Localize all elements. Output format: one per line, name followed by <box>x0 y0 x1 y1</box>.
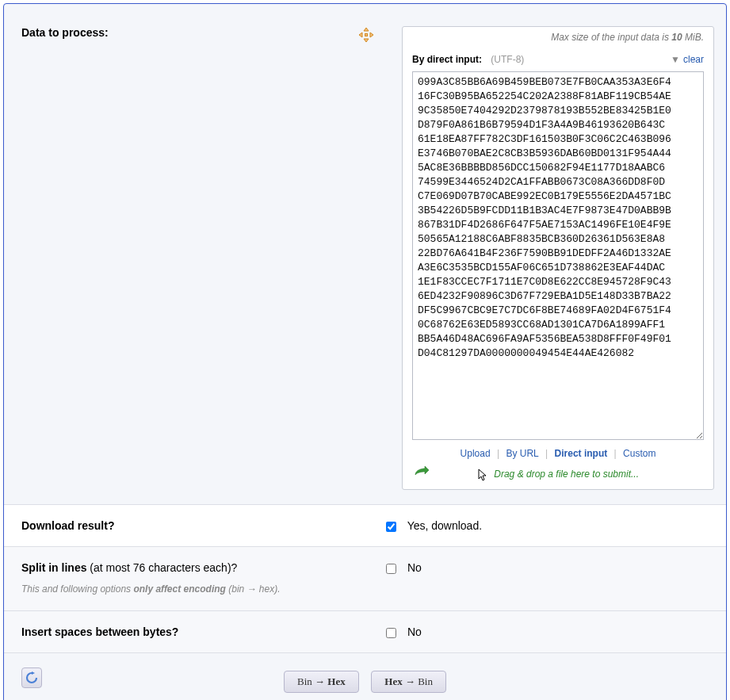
data-textarea[interactable] <box>412 71 704 440</box>
reload-icon <box>25 671 38 684</box>
svg-marker-3 <box>370 33 373 37</box>
split-checkbox[interactable] <box>386 564 396 574</box>
download-title: Download result? <box>21 519 362 532</box>
tab-upload[interactable]: Upload <box>461 448 491 459</box>
tab-by-url[interactable]: By URL <box>506 448 538 459</box>
svg-marker-2 <box>359 33 362 37</box>
svg-marker-1 <box>364 39 369 42</box>
hex-to-bin-button[interactable]: Hex → Bin <box>371 671 446 693</box>
drag-drop-area[interactable]: Drag & drop a file here to submit... <box>403 462 713 481</box>
split-label[interactable]: No <box>407 561 422 574</box>
download-label[interactable]: Yes, download. <box>407 519 482 532</box>
input-subheader: By direct input: (UTF-8) ▼clear <box>403 49 713 68</box>
tab-custom[interactable]: Custom <box>623 448 655 459</box>
reload-button[interactable] <box>21 667 42 688</box>
svg-rect-4 <box>365 34 368 36</box>
max-size-note: Max size of the input data is 10 MiB. <box>403 27 713 49</box>
spaces-section: Insert spaces between bytes? No <box>4 611 726 653</box>
svg-marker-5 <box>32 671 35 675</box>
split-title-bold: Split in lines <box>21 561 86 574</box>
clear-link[interactable]: ▼clear <box>671 54 704 65</box>
bin-to-hex-button[interactable]: Bin → Hex <box>284 671 359 693</box>
split-section: Split in lines (at most 76 characters ea… <box>4 547 726 611</box>
actions-bar: Bin → Hex Hex → Bin <box>4 653 726 700</box>
download-checkbox[interactable] <box>386 522 396 532</box>
input-tabs: Upload | By URL | Direct input | Custom <box>403 440 713 462</box>
spaces-title: Insert spaces between bytes? <box>21 625 362 638</box>
spaces-label[interactable]: No <box>407 625 422 638</box>
move-icon[interactable] <box>359 28 373 44</box>
split-hint: This and following options only affect e… <box>21 582 362 596</box>
input-panel: Max size of the input data is 10 MiB. By… <box>402 26 714 490</box>
split-title-rest: (at most 76 characters each)? <box>86 561 237 574</box>
svg-marker-0 <box>364 28 369 31</box>
encoding-label: (UTF-8) <box>491 54 524 65</box>
cursor-icon <box>477 469 488 481</box>
share-arrow-icon <box>414 465 430 481</box>
spaces-checkbox[interactable] <box>386 628 396 638</box>
data-section: Data to process: Max size of the input d… <box>4 4 726 505</box>
download-section: Download result? Yes, download. <box>4 505 726 547</box>
data-title: Data to process: <box>21 26 109 39</box>
tab-direct-input[interactable]: Direct input <box>555 448 608 459</box>
chevron-down-icon: ▼ <box>671 54 680 65</box>
